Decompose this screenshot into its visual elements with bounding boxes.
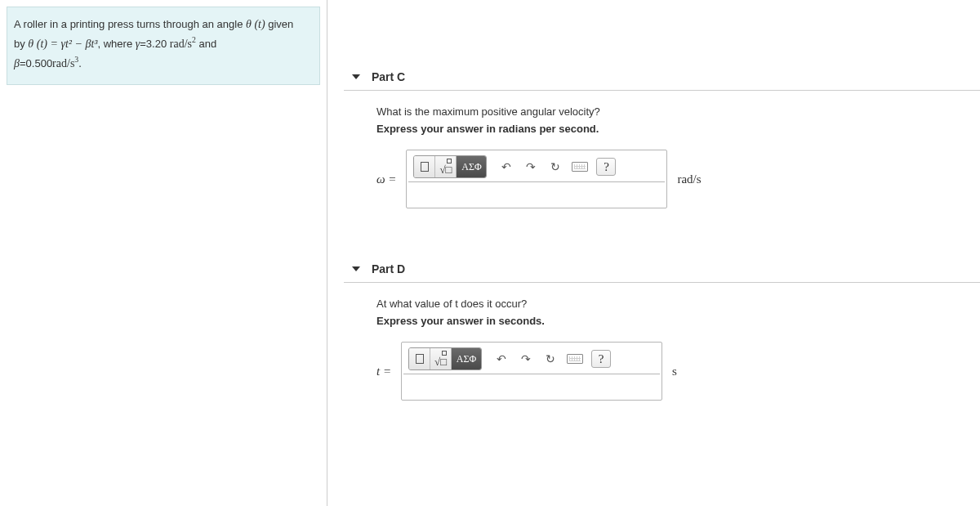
help-button[interactable]: ? — [591, 350, 611, 368]
answer-input-c[interactable] — [408, 182, 665, 206]
template-button[interactable] — [409, 348, 430, 369]
part-d-instruction: Express your answer in seconds. — [376, 315, 980, 327]
part-c-question: What is the maximum positive angular vel… — [376, 105, 980, 118]
unit-label-c: rad/s — [677, 172, 701, 186]
part-d-title: Part D — [372, 262, 405, 275]
t-label: t = — [376, 365, 391, 378]
part-c-title: Part C — [372, 70, 405, 83]
caret-down-icon — [352, 266, 360, 271]
redo-icon[interactable]: ↷ — [516, 349, 536, 369]
part-d-section: Part D At what value of t does it occur?… — [344, 257, 980, 401]
equation-toolbar-c: √□ ΑΣΦ ↶ ↷ ↻ ? — [407, 150, 666, 181]
part-c-instruction: Express your answer in radians per secon… — [376, 123, 980, 135]
help-button[interactable]: ? — [596, 158, 616, 176]
reset-icon[interactable]: ↻ — [546, 157, 565, 177]
part-d-question: At what value of t does it occur? — [376, 298, 980, 310]
equation-toolbar-d: √□ ΑΣΦ ↶ ↷ ↻ ? — [402, 343, 662, 374]
part-c-header[interactable]: Part C — [344, 65, 980, 91]
undo-icon[interactable]: ↶ — [497, 157, 516, 177]
keyboard-icon[interactable] — [565, 349, 585, 369]
root-fraction-button[interactable]: √□ — [430, 348, 452, 369]
redo-icon[interactable]: ↷ — [521, 157, 541, 177]
template-button[interactable] — [414, 156, 435, 177]
problem-text: A roller in a printing press turns throu… — [14, 18, 246, 30]
caret-down-icon — [352, 74, 360, 79]
unit-rad-s3: rad/s³rad/s3 — [52, 57, 78, 69]
problem-statement: A roller in a printing press turns throu… — [7, 7, 320, 85]
unit-rad-s2: rad/s²rad/s2 — [170, 38, 196, 50]
part-d-header[interactable]: Part D — [344, 257, 980, 283]
greek-letters-button[interactable]: ΑΣΦ — [452, 348, 481, 369]
theta-of-t: θ (t) — [246, 18, 265, 30]
answer-box-d: √□ ΑΣΦ ↶ ↷ ↻ ? — [401, 342, 662, 401]
undo-icon[interactable]: ↶ — [492, 349, 511, 369]
unit-label-d: s — [672, 365, 677, 378]
root-fraction-button[interactable]: √□ — [435, 156, 457, 177]
keyboard-icon[interactable] — [570, 157, 590, 177]
answer-box-c: √□ ΑΣΦ ↶ ↷ ↻ ? — [406, 150, 667, 208]
answer-input-d[interactable] — [403, 374, 660, 398]
equation: θ (t) = γt² − βt³ — [28, 38, 97, 50]
reset-icon[interactable]: ↻ — [541, 349, 560, 369]
greek-letters-button[interactable]: ΑΣΦ — [457, 156, 486, 177]
part-c-section: Part C What is the maximum positive angu… — [344, 65, 980, 208]
omega-label: ω = — [376, 172, 396, 186]
